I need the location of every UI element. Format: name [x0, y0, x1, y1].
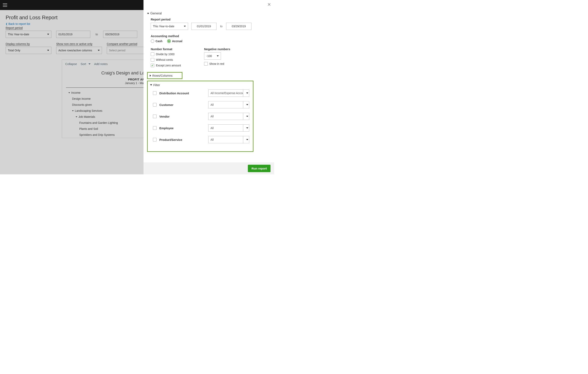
- checkbox-icon[interactable]: [153, 126, 157, 130]
- radio-icon: [167, 39, 171, 43]
- display-columns-select[interactable]: Total Only: [6, 47, 51, 54]
- filter-label: Employee: [159, 126, 208, 130]
- chevron-down-icon: [47, 34, 49, 35]
- run-report-button[interactable]: Run report: [248, 165, 271, 172]
- account-label: Plants and Soil: [79, 127, 98, 130]
- chevron-left-icon: ❮: [6, 22, 8, 25]
- filter-select-value: All: [208, 136, 243, 143]
- checkbox-icon: [151, 64, 154, 67]
- checkbox-icon: [204, 62, 208, 66]
- filter-section-toggle[interactable]: Filter: [149, 83, 249, 87]
- accounting-method-label: Accounting method: [151, 34, 269, 38]
- close-icon[interactable]: ✕: [267, 2, 271, 7]
- checkbox-icon: [151, 52, 154, 56]
- chevron-down-icon: [184, 26, 186, 27]
- filter-select-value: All Income/Expense Accounts: [208, 90, 243, 97]
- filter-label: Distribution Account: [159, 92, 208, 95]
- checkbox-icon[interactable]: [153, 114, 157, 118]
- filter-label: Customer: [159, 103, 208, 106]
- chevron-down-icon: [243, 125, 249, 132]
- filter-label: Product/Service: [159, 138, 208, 141]
- to-label: to: [220, 25, 223, 28]
- filter-row: EmployeeAll: [149, 125, 249, 132]
- show-in-red-checkbox-row[interactable]: Show in red: [204, 62, 230, 66]
- filter-select[interactable]: All Income/Expense Accounts: [208, 90, 249, 97]
- chevron-down-icon: [76, 116, 77, 117]
- report-period-label: Report period: [151, 18, 269, 21]
- divide-checkbox-row[interactable]: Divide by 1000: [151, 52, 193, 56]
- report-period-select[interactable]: This Year-to-date: [6, 31, 51, 38]
- account-label: Income: [71, 91, 81, 94]
- checkbox-icon[interactable]: [153, 138, 157, 141]
- accrual-radio[interactable]: Accrual: [167, 39, 182, 43]
- account-label: Fountains and Garden Lighting: [79, 121, 118, 125]
- cash-radio[interactable]: Cash: [151, 39, 162, 43]
- sort-action[interactable]: Sort: [81, 62, 91, 66]
- non-zero-label: Show non-zero or active only: [56, 42, 102, 46]
- general-section-toggle[interactable]: General: [147, 12, 269, 15]
- non-zero-select[interactable]: Active rows/active columns: [56, 47, 102, 54]
- chevron-down-icon: [147, 13, 149, 14]
- chevron-down-icon: [68, 92, 70, 93]
- chevron-down-icon: [88, 63, 91, 65]
- filter-row: VendorAll: [149, 113, 249, 120]
- without-cents-checkbox-row[interactable]: Without cents: [151, 58, 193, 62]
- account-label: Landscaping Services: [75, 109, 102, 112]
- filter-select[interactable]: All: [208, 101, 249, 108]
- chevron-down-icon: [243, 113, 249, 120]
- negative-numbers-label: Negative numbers: [204, 47, 230, 51]
- chevron-down-icon: [243, 101, 249, 108]
- panel-date-from[interactable]: 01/01/2019: [191, 23, 217, 30]
- account-label: Discounts given: [72, 103, 92, 106]
- date-from-input[interactable]: 01/01/2019: [56, 31, 90, 38]
- checkbox-icon[interactable]: [153, 103, 157, 106]
- collapse-action[interactable]: Collapse: [65, 62, 77, 66]
- panel-report-period-select[interactable]: This Year-to-date: [151, 23, 188, 30]
- hamburger-icon[interactable]: [3, 3, 7, 7]
- filter-row: Product/ServiceAll: [149, 136, 249, 143]
- filter-select-value: All: [208, 113, 243, 120]
- checkbox-icon: [151, 58, 154, 62]
- chevron-down-icon: [72, 110, 74, 111]
- filter-select[interactable]: All: [208, 113, 249, 120]
- chevron-down-icon: [98, 50, 100, 51]
- filter-row: CustomerAll: [149, 101, 249, 108]
- filter-select[interactable]: All: [208, 125, 249, 132]
- chevron-down-icon: [47, 50, 49, 51]
- date-to-input[interactable]: 03/29/2019: [103, 31, 137, 38]
- display-columns-label: Display columns by: [6, 42, 51, 46]
- chevron-right-icon: [150, 75, 151, 77]
- radio-icon: [151, 39, 154, 43]
- checkbox-icon[interactable]: [153, 91, 157, 95]
- filter-section: Filter Distribution AccountAll Income/Ex…: [147, 81, 253, 152]
- panel-footer: Run report: [144, 162, 274, 174]
- account-label: Job Materials: [78, 115, 95, 118]
- customize-panel: ✕ General Report period This Year-to-dat…: [144, 0, 274, 174]
- add-notes-action[interactable]: Add notes: [94, 62, 108, 66]
- account-label: Sprinklers and Drip Systems: [79, 133, 115, 136]
- chevron-down-icon: [217, 55, 219, 57]
- rows-columns-section-toggle[interactable]: Rows/Columns: [147, 72, 182, 79]
- account-label: Design income: [72, 97, 91, 100]
- chevron-down-icon: [243, 90, 249, 97]
- to-label: to: [95, 33, 98, 36]
- chevron-down-icon: [243, 136, 249, 143]
- filter-row: Distribution AccountAll Income/Expense A…: [149, 90, 249, 97]
- number-format-label: Number format: [151, 47, 193, 51]
- negative-numbers-select[interactable]: -100: [204, 52, 221, 60]
- chevron-down-icon: [150, 84, 152, 86]
- panel-date-to[interactable]: 03/29/2019: [226, 23, 252, 30]
- except-zero-checkbox-row[interactable]: Except zero amount: [151, 64, 193, 67]
- filter-select-value: All: [208, 125, 243, 132]
- filter-select-value: All: [208, 101, 243, 108]
- filter-label: Vendor: [159, 115, 208, 118]
- filter-select[interactable]: All: [208, 136, 249, 143]
